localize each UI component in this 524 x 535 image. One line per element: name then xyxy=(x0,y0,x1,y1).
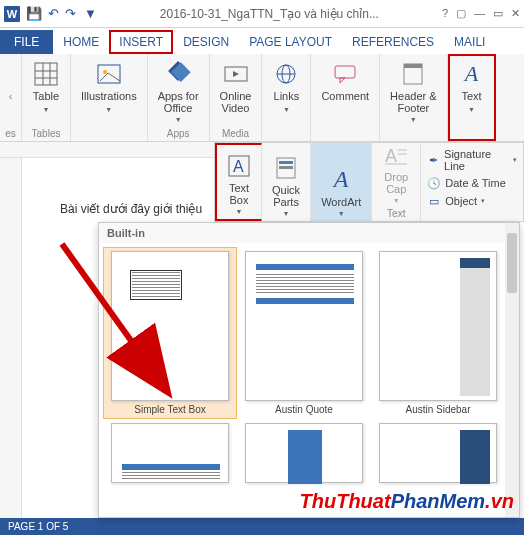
wordart-button[interactable]: A WordArt ▼ xyxy=(317,164,365,219)
apps-label: Apps for Office xyxy=(158,90,199,114)
ribbon: ‹ es Table▼ Tables Illustrations▼ xyxy=(0,54,524,142)
gallery-scrollbar[interactable] xyxy=(505,223,519,517)
links-button[interactable]: Links▼ xyxy=(268,58,304,116)
svg-rect-0 xyxy=(35,63,57,85)
text-dropdown-button[interactable]: A Text▼ xyxy=(454,58,490,116)
media-group-label: Media xyxy=(222,128,249,139)
table-icon xyxy=(32,60,60,88)
body-text-line: Bài viết dưới đây giới thiệu xyxy=(60,202,202,216)
vertical-ruler[interactable] xyxy=(0,158,22,534)
table-button[interactable]: Table▼ xyxy=(28,58,64,116)
chevron-down-icon: ▼ xyxy=(410,116,417,123)
maximize-icon[interactable]: ▭ xyxy=(493,7,503,20)
apps-group-label: Apps xyxy=(167,128,190,139)
quick-access-toolbar: 💾 ↶ ↷ ▼ xyxy=(26,6,97,21)
tab-page-layout[interactable]: PAGE LAYOUT xyxy=(239,30,342,54)
illustrations-group-label xyxy=(107,128,110,139)
document-title: 2016-10-31_NgaTTN_Tạo và hiệu chỉn... xyxy=(97,7,442,21)
tab-mailings[interactable]: MAILI xyxy=(444,30,495,54)
text-ribbon-flyout: A Text Box ▼ Quick Parts ▼ A WordArt ▼ xyxy=(214,142,524,222)
gallery-item-austin-quote[interactable]: Austin Quote xyxy=(237,247,371,419)
ribbon-tabs: FILE HOME INSERT DESIGN PAGE LAYOUT REFE… xyxy=(0,28,524,54)
comment-label: Comment xyxy=(321,90,369,102)
tab-design[interactable]: DESIGN xyxy=(173,30,239,54)
links-label: Links xyxy=(274,90,300,102)
table-label: Table xyxy=(33,90,59,102)
illustrations-icon xyxy=(95,60,123,88)
wordart-label: WordArt xyxy=(321,196,361,208)
apps-for-office-button[interactable]: Apps for Office ▼ xyxy=(154,58,203,125)
page-indicator[interactable]: PAGE 1 OF 5 xyxy=(8,521,68,532)
online-video-button[interactable]: Online Video xyxy=(216,58,256,116)
pages-button[interactable]: ‹ xyxy=(2,66,20,126)
object-icon: ▭ xyxy=(427,194,441,208)
chevron-down-icon: ▼ xyxy=(338,210,345,217)
document-area: Bài viết dưới đây giới thiệu A Text Box … xyxy=(0,142,524,518)
watermark: ThuThuatPhanMem.vn xyxy=(300,490,514,513)
tab-home[interactable]: HOME xyxy=(53,30,109,54)
gallery-caption: Simple Text Box xyxy=(134,404,206,415)
tab-insert[interactable]: INSERT xyxy=(109,30,173,54)
date-time-icon: 🕓 xyxy=(427,176,441,190)
window-controls: ? ▢ — ▭ ✕ xyxy=(442,7,520,20)
svg-text:A: A xyxy=(233,158,244,175)
svg-marker-10 xyxy=(233,71,239,77)
text-box-label: Text Box xyxy=(229,182,249,206)
svg-rect-14 xyxy=(335,66,355,78)
chevron-down-icon: ▼ xyxy=(283,106,290,113)
thumb-austin-sidebar xyxy=(379,251,497,401)
header-footer-label: Header & Footer xyxy=(390,90,436,114)
gallery-item-simple-text-box[interactable]: Simple Text Box xyxy=(103,247,237,419)
ribbon-options-icon[interactable]: ▢ xyxy=(456,7,466,20)
tables-group-label: Tables xyxy=(32,128,61,139)
chevron-down-icon: ▼ xyxy=(283,210,290,217)
undo-icon[interactable]: ↶ xyxy=(48,6,59,21)
status-bar: PAGE 1 OF 5 xyxy=(0,518,524,535)
gallery-caption: Austin Quote xyxy=(275,404,333,415)
wordart-icon: A xyxy=(327,166,355,194)
drop-cap-label: Drop Cap xyxy=(384,171,408,195)
help-icon[interactable]: ? xyxy=(442,7,448,20)
apps-icon xyxy=(164,60,192,88)
thumb-simple-text-box xyxy=(111,251,229,401)
title-bar: W 💾 ↶ ↷ ▼ 2016-10-31_NgaTTN_Tạo và hiệu … xyxy=(0,0,524,28)
links-icon xyxy=(272,60,300,88)
gallery-item-5[interactable] xyxy=(237,419,371,487)
redo-icon[interactable]: ↷ xyxy=(65,6,76,21)
quick-parts-button[interactable]: Quick Parts ▼ xyxy=(268,152,304,219)
illustrations-label: Illustrations xyxy=(81,90,137,102)
qat-dropdown-icon[interactable]: ▼ xyxy=(84,6,97,21)
date-time-button[interactable]: 🕓Date & Time xyxy=(427,175,517,191)
save-icon[interactable]: 💾 xyxy=(26,6,42,21)
svg-rect-22 xyxy=(279,166,293,169)
text-a-icon: A xyxy=(458,60,486,88)
chevron-down-icon: ▼ xyxy=(236,208,243,215)
gallery-caption: Austin Sidebar xyxy=(405,404,470,415)
close-icon[interactable]: ✕ xyxy=(511,7,520,20)
illustrations-button[interactable]: Illustrations▼ xyxy=(77,58,141,116)
signature-line-button[interactable]: ✒Signature Line ▾ xyxy=(427,147,517,173)
text-box-gallery: Built-in Simple Text Box Austin Quote xyxy=(98,222,520,518)
gallery-item-6[interactable] xyxy=(371,419,505,487)
object-button[interactable]: ▭Object ▾ xyxy=(427,193,517,209)
video-label: Online Video xyxy=(220,90,252,114)
chevron-down-icon: ▾ xyxy=(513,156,517,164)
gallery-item-4[interactable] xyxy=(103,419,237,487)
tab-references[interactable]: REFERENCES xyxy=(342,30,444,54)
gallery-item-austin-sidebar[interactable]: Austin Sidebar xyxy=(371,247,505,419)
pages-label-partial: es xyxy=(5,128,16,139)
comment-button[interactable]: Comment xyxy=(317,58,373,104)
drop-cap-button[interactable]: A Drop Cap ▼ xyxy=(378,139,414,206)
svg-marker-15 xyxy=(340,78,345,83)
thumb-6 xyxy=(379,423,497,483)
svg-rect-21 xyxy=(279,161,293,164)
video-icon xyxy=(222,60,250,88)
text-ribbon-right-column: ✒Signature Line ▾ 🕓Date & Time ▭Object ▾ xyxy=(421,143,523,221)
chevron-down-icon: ▾ xyxy=(481,197,485,205)
chevron-left-icon: ‹ xyxy=(9,90,13,102)
word-app-icon: W xyxy=(4,6,20,22)
minimize-icon[interactable]: — xyxy=(474,7,485,20)
tab-file[interactable]: FILE xyxy=(0,30,53,54)
text-box-button[interactable]: A Text Box ▼ xyxy=(221,150,257,217)
header-footer-button[interactable]: Header & Footer ▼ xyxy=(386,58,440,125)
